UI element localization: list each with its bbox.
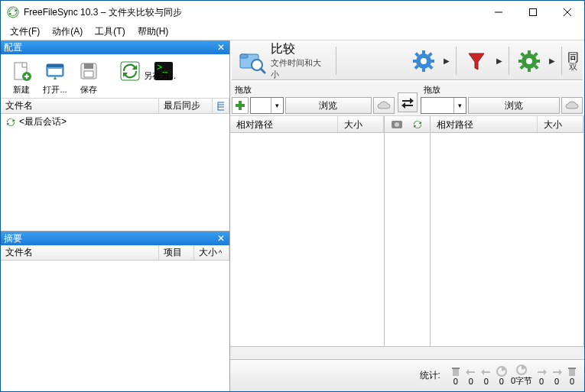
right-folder-side: 拖放 ▾ 浏览 (421, 83, 583, 114)
app-icon (7, 6, 19, 18)
menubar: 文件(F) 动作(A) 工具(T) 帮助(H) (1, 24, 584, 40)
action-view-icon[interactable] (412, 119, 423, 130)
close-button[interactable] (550, 1, 584, 24)
svg-rect-13 (84, 63, 93, 69)
right-grid: 相对路径 大小 (431, 116, 585, 346)
config-panel-close-icon[interactable]: ✕ (216, 42, 226, 53)
sum-col-items[interactable]: 项目 (159, 245, 194, 260)
sync-button[interactable]: 同 双 (565, 44, 581, 78)
col-lastsync[interactable]: 最后同步 (159, 99, 213, 113)
swap-sides-button[interactable] (398, 92, 418, 112)
left-col-size[interactable]: 大小 (338, 116, 384, 132)
left-grid: 相对路径 大小 (230, 116, 385, 346)
comparison-grids: 相对路径 大小 相对路径 大小 (230, 116, 584, 346)
svg-rect-39 (518, 60, 523, 63)
sync-settings-dropdown[interactable]: ▶ (546, 44, 558, 78)
stat-val-0: 0 (453, 377, 458, 386)
right-cloud-button[interactable] (561, 97, 583, 114)
middle-grid-body[interactable] (385, 133, 430, 346)
summary-panel-header: 摘要 ✕ (1, 232, 229, 245)
horizontal-scrollbar[interactable] (230, 346, 584, 359)
right-col-size[interactable]: 大小 (538, 116, 583, 132)
summary-panel: 摘要 ✕ 文件名 项目 大小^ (1, 231, 229, 391)
svg-rect-2 (529, 9, 536, 16)
stat-bytes-icon (516, 364, 527, 375)
config-panel-header: 配置 ✕ (1, 40, 229, 54)
summary-list[interactable] (1, 261, 229, 391)
stat-val-3: 0 (499, 377, 504, 386)
svg-rect-11 (48, 69, 62, 75)
open-button[interactable]: 打开... (39, 57, 71, 97)
session-list[interactable]: <最后会话> (1, 114, 229, 231)
save-as-label: 另存为... (144, 70, 176, 82)
minimize-button[interactable] (481, 1, 515, 24)
menu-help[interactable]: 帮助(H) (132, 24, 175, 40)
stat-val-2: 0 (484, 377, 489, 386)
right-pane: 比较 文件时间和大小 ▶ ▶ ▶ 同 双 (230, 40, 584, 391)
gear-green-icon (518, 50, 541, 73)
sync-label-top: 同 (567, 51, 579, 63)
svg-rect-18 (218, 102, 224, 110)
chevron-down-icon: ▾ (453, 98, 466, 113)
maximize-button[interactable] (515, 1, 550, 24)
summary-columns: 文件名 项目 大小^ (1, 245, 229, 261)
open-icon (43, 59, 67, 83)
svg-rect-49 (453, 368, 459, 376)
svg-point-36 (526, 58, 532, 64)
svg-rect-46 (236, 104, 245, 107)
menu-action[interactable]: 动作(A) (46, 24, 89, 40)
stat-update-right-icon (551, 366, 562, 377)
right-grid-body[interactable] (431, 133, 584, 346)
funnel-icon (465, 50, 488, 73)
svg-line-24 (261, 69, 265, 73)
gear-blue-icon (412, 50, 435, 73)
compare-settings-button[interactable] (407, 44, 440, 78)
left-cloud-button[interactable] (373, 97, 395, 114)
svg-rect-37 (528, 50, 531, 55)
sync-settings-button[interactable] (512, 44, 546, 78)
save-as-sync-button[interactable] (114, 57, 146, 85)
left-grid-body[interactable] (230, 133, 384, 346)
sum-col-filename[interactable]: 文件名 (1, 245, 159, 260)
right-dragdrop-label: 拖放 (421, 83, 583, 96)
add-pair-button[interactable] (232, 97, 249, 114)
save-label: 保存 (80, 84, 97, 96)
filter-dropdown[interactable]: ▶ (493, 44, 505, 78)
stat-bytes-label: 0字节 (511, 375, 532, 387)
svg-rect-14 (84, 71, 93, 77)
left-pane: 配置 ✕ 新建 打开... 保存 >_ 另存为... (1, 40, 230, 391)
menu-tools[interactable]: 工具(T) (89, 24, 131, 40)
sum-col-size[interactable]: 大小^ (194, 245, 229, 260)
compare-title: 比较 (271, 41, 295, 57)
save-as-sync-icon (118, 59, 142, 83)
filter-button[interactable] (460, 44, 493, 78)
right-folder-combo[interactable]: ▾ (421, 97, 466, 114)
summary-panel-close-icon[interactable]: ✕ (216, 233, 226, 244)
svg-point-26 (421, 58, 427, 64)
session-last-label: <最后会话> (19, 115, 67, 128)
menu-file[interactable]: 文件(F) (4, 24, 46, 40)
save-button[interactable]: 保存 (73, 57, 105, 97)
svg-rect-38 (528, 67, 531, 72)
left-folder-side: 拖放 ▾ 浏览 (232, 83, 395, 114)
left-col-relpath[interactable]: 相对路径 (230, 116, 338, 132)
left-browse-button[interactable]: 浏览 (285, 97, 372, 114)
titlebar: FreeFileSync 10.3 – 文件夹比较与同步 (1, 1, 584, 24)
compare-settings-dropdown[interactable]: ▶ (440, 44, 453, 78)
compare-button[interactable]: 比较 文件时间和大小 (233, 44, 333, 78)
col-filename[interactable]: 文件名 (1, 99, 159, 113)
new-label: 新建 (13, 84, 30, 96)
stat-create-right-icon (536, 366, 547, 377)
col-toggle-icon[interactable] (213, 99, 229, 113)
sync-icon (5, 117, 16, 128)
stat-delete-right-icon (567, 366, 577, 377)
session-row[interactable]: <最后会话> (1, 114, 229, 130)
stat-val-5: 0 (554, 377, 559, 386)
left-dragdrop-label: 拖放 (232, 83, 395, 96)
new-button[interactable]: 新建 (5, 57, 37, 97)
category-view-icon[interactable] (391, 119, 403, 130)
left-folder-combo[interactable]: ▾ (250, 97, 284, 114)
right-browse-button[interactable]: 浏览 (468, 97, 561, 114)
window-title: FreeFileSync 10.3 – 文件夹比较与同步 (24, 6, 481, 19)
right-col-relpath[interactable]: 相对路径 (431, 116, 538, 132)
